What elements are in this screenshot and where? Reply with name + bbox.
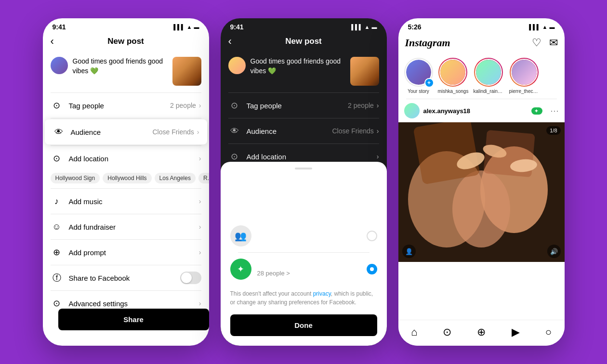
location-tag-4[interactable]: R... — [198, 173, 209, 183]
music-arrow: › — [199, 197, 201, 205]
wifi-icon: ▲ — [187, 24, 192, 30]
close-friends-option[interactable]: ✦ Close Friends 28 people > — [230, 253, 377, 286]
audience-row[interactable]: 👁 Audience Close Friends › — [45, 119, 207, 144]
stories-row: + Your story mishka_songs kalindi_rainb.… — [398, 53, 565, 99]
close-friends-icon: ✦ — [230, 259, 251, 280]
status-icons-1: ▌▌▌ ▲ ▬ — [173, 24, 199, 30]
page-title-1: New post — [107, 37, 144, 46]
nav-header-2: ‹ New post — [221, 33, 387, 52]
add-fundraiser-label: Add fundraiser — [69, 223, 199, 231]
ig-post-header: alex.anyways18 ✦ ⋯ — [398, 99, 565, 122]
location-arrow: › — [199, 155, 201, 162]
instagram-logo: Instagram — [405, 37, 532, 49]
done-button[interactable]: Done — [230, 314, 377, 336]
post-counter: 1/8 — [546, 126, 560, 135]
phone-3: 5:26 ▌▌▌ ▲ ▬ Instagram ♡ ✉ + Your s — [398, 18, 565, 346]
story-3-name: pierre_thecon... — [509, 89, 540, 94]
privacy-link[interactable]: privacy — [313, 290, 331, 297]
back-button-2[interactable]: ‹ — [228, 35, 232, 48]
post-preview-1: Good times good friends good vibes 💚 — [43, 52, 209, 92]
location-tags-1: Hollywood Sign Hollywood Hills Los Angel… — [43, 171, 209, 188]
tag-people-row-2[interactable]: ⊙ Tag people 2 people › — [221, 93, 387, 118]
post-thumbnail-2 — [350, 57, 379, 86]
add-prompt-row[interactable]: ⊕ Add prompt › — [43, 240, 209, 265]
add-fundraiser-row[interactable]: ☺ Add fundraiser › — [43, 214, 209, 239]
nav-add-icon[interactable]: ⊕ — [477, 326, 486, 338]
tag-arrow: › — [199, 102, 201, 109]
page-title-2: New post — [285, 37, 322, 46]
battery-icon-2: ▬ — [372, 24, 377, 30]
ig-post-image: 1/8 👤 🔊 — [398, 122, 565, 262]
add-location-label-2: Add location — [247, 153, 377, 161]
ig-post-image-inner — [398, 122, 565, 262]
sheet-question: Who would you like to share your post wi… — [230, 195, 377, 212]
share-facebook-row[interactable]: ⓕ Share to Facebook — [43, 265, 209, 290]
status-time-2: 9:41 — [230, 23, 244, 31]
everyone-label: Everyone — [257, 232, 361, 240]
location-tag-3[interactable]: Los Angeles — [155, 173, 196, 183]
nav-home-icon[interactable]: ⌂ — [411, 326, 417, 338]
close-friends-badge: ✦ — [531, 107, 542, 115]
tag-people-value-2: 2 people — [348, 102, 374, 109]
advanced-settings-label: Advanced settings — [69, 299, 199, 308]
tag-icon-2: ⊙ — [228, 99, 241, 112]
story-1[interactable]: mishka_songs — [438, 58, 469, 94]
volume-icon[interactable]: 🔊 — [547, 245, 561, 258]
audience-sheet: Audience Who would you like to share you… — [221, 162, 387, 346]
settings-icon: ⊙ — [51, 297, 63, 310]
add-location-row[interactable]: ⊙ Add location › — [43, 146, 209, 171]
everyone-radio[interactable] — [367, 231, 377, 241]
back-button-1[interactable]: ‹ — [51, 35, 54, 48]
messenger-icon[interactable]: ✉ — [549, 37, 558, 49]
add-story-button[interactable]: + — [424, 78, 434, 88]
star-icon: ✦ — [237, 264, 244, 274]
close-friends-radio[interactable] — [367, 264, 377, 274]
share-button-1[interactable]: Share — [58, 309, 209, 330]
signal-icon: ▌▌▌ — [173, 24, 185, 30]
tag-people-row[interactable]: ⊙ Tag people 2 people › — [43, 93, 209, 118]
post-text-1: Good times good friends good vibes 💚 — [73, 57, 168, 76]
status-icons-2: ▌▌▌ ▲ ▬ — [351, 24, 377, 30]
phone-2: 9:41 ▌▌▌ ▲ ▬ ‹ New post Good times good … — [221, 18, 387, 346]
nav-profile-icon[interactable]: ○ — [545, 326, 552, 338]
audience-value-2: Close Friends — [332, 127, 373, 135]
phone-1: 9:41 ▌▌▌ ▲ ▬ ‹ New post Good times good … — [43, 18, 209, 346]
profile-small-icon[interactable]: 👤 — [402, 245, 416, 258]
close-friends-label: Close Friends — [257, 261, 361, 270]
heart-icon[interactable]: ♡ — [532, 37, 541, 49]
ig-header: Instagram ♡ ✉ — [398, 33, 565, 53]
audience-row-2[interactable]: 👁 Audience Close Friends › — [221, 118, 387, 143]
everyone-option[interactable]: 👥 Everyone — [230, 220, 377, 252]
location-icon-2: ⊙ — [228, 150, 241, 163]
your-story[interactable]: + Your story — [404, 58, 433, 94]
sheet-title: Audience — [230, 177, 377, 187]
nav-reels-icon[interactable]: ▶ — [512, 326, 520, 338]
nav-search-icon[interactable]: ⊙ — [443, 326, 451, 338]
fundraiser-icon: ☺ — [51, 221, 63, 233]
music-icon: ♪ — [51, 195, 63, 208]
more-options-icon[interactable]: ⋯ — [550, 105, 559, 116]
story-2[interactable]: kalindi_rainb... — [473, 58, 504, 94]
status-time-1: 9:41 — [53, 23, 66, 31]
audience-icon: 👁 — [53, 126, 65, 138]
svg-point-3 — [452, 170, 510, 247]
sheet-handle — [295, 168, 312, 169]
close-friends-sub[interactable]: 28 people > — [257, 270, 361, 277]
ig-username[interactable]: alex.anyways18 — [423, 107, 528, 115]
share-facebook-label: Share to Facebook — [69, 274, 180, 282]
share-facebook-toggle[interactable] — [180, 272, 201, 284]
signal-icon-3: ▌▌▌ — [529, 24, 540, 30]
status-bar-3: 5:26 ▌▌▌ ▲ ▬ — [398, 18, 565, 33]
story-3[interactable]: pierre_thecon... — [509, 58, 540, 94]
close-friends-info: Close Friends 28 people > — [257, 261, 361, 277]
location-icon: ⊙ — [51, 152, 63, 165]
story-1-name: mishka_songs — [438, 89, 469, 94]
add-location-label: Add location — [69, 155, 199, 163]
story-2-name: kalindi_rainb... — [473, 89, 504, 94]
post-text-2: Good times good friends good vibes 💚 — [251, 57, 345, 76]
add-prompt-label: Add prompt — [69, 248, 199, 257]
add-music-row[interactable]: ♪ Add music › — [43, 189, 209, 214]
location-tag-1[interactable]: Hollywood Sign — [51, 173, 100, 183]
tag-people-value: 2 people — [170, 102, 196, 109]
location-tag-2[interactable]: Hollywood Hills — [103, 173, 151, 183]
